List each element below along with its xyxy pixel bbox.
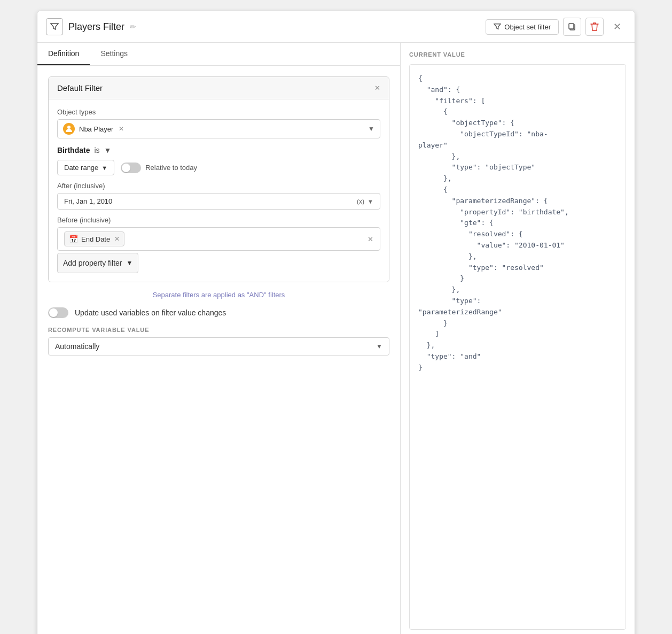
header-right: Object set filter ✕ xyxy=(486,18,626,36)
nba-player-icon xyxy=(63,123,75,135)
main-container: Players Filter ✏ Object set filter xyxy=(37,11,635,634)
filter-card-body: Object types Nba Player ✕ xyxy=(49,99,389,282)
object-types-section: Object types Nba Player ✕ xyxy=(57,108,380,138)
left-panel: Definition Settings Default Filter ✕ Obj… xyxy=(37,43,401,634)
before-outer-remove[interactable]: ✕ xyxy=(368,235,373,243)
object-type-dropdown-arrow[interactable]: ▼ xyxy=(368,125,374,133)
toggle-knob xyxy=(122,164,130,172)
calendar-icon: 📅 xyxy=(69,235,78,243)
person-icon xyxy=(65,125,73,133)
edit-icon[interactable]: ✏ xyxy=(130,22,136,31)
right-panel: CURRENT VALUE { "and": { "filters": [ { … xyxy=(401,43,635,634)
update-vars-toggle-knob xyxy=(49,308,58,317)
trash-icon xyxy=(590,22,599,32)
after-input-suffix: (x) ▼ xyxy=(357,198,373,205)
after-input-row: Fri, Jan 1, 2010 (x) ▼ xyxy=(57,193,380,210)
end-date-remove[interactable]: ✕ xyxy=(114,235,120,243)
after-label: After (inclusive) xyxy=(57,182,380,190)
before-input-row: 📅 End Date ✕ ✕ xyxy=(57,227,380,251)
filter-small-icon xyxy=(494,23,501,30)
json-box: { "and": { "filters": [ { "objectType": … xyxy=(409,64,626,630)
separate-filters-note: Separate filters are applied as "AND" fi… xyxy=(48,291,389,299)
date-range-button[interactable]: Date range ▼ xyxy=(57,160,114,175)
add-property-filter-button[interactable]: Add property filter ▼ xyxy=(57,253,138,273)
filter-card-close-icon[interactable]: ✕ xyxy=(374,84,380,92)
recompute-label: RECOMPUTE VARIABLE VALUE xyxy=(48,327,389,333)
object-types-label: Object types xyxy=(57,108,380,116)
filter-card-title: Default Filter xyxy=(57,83,103,92)
update-vars-toggle[interactable] xyxy=(48,307,68,318)
filter-card-header: Default Filter ✕ xyxy=(49,77,389,99)
date-range-row: Date range ▼ Relative to today xyxy=(57,160,380,175)
tab-settings[interactable]: Settings xyxy=(90,43,138,65)
object-type-select[interactable]: Nba Player ✕ ▼ xyxy=(57,119,380,138)
before-label: Before (inclusive) xyxy=(57,216,380,224)
end-date-badge: 📅 End Date ✕ xyxy=(64,231,124,246)
update-vars-row: Update used variables on filter value ch… xyxy=(48,307,389,318)
funnel-icon xyxy=(50,22,59,31)
recompute-section: RECOMPUTE VARIABLE VALUE Automatically ▼ xyxy=(48,327,389,355)
svg-rect-1 xyxy=(569,24,574,29)
before-section: Before (inclusive) 📅 End Date ✕ ✕ xyxy=(57,216,380,251)
current-value-label: CURRENT VALUE xyxy=(409,51,626,58)
property-name: Birthdate xyxy=(57,146,90,154)
operator-dropdown[interactable]: ▼ xyxy=(104,146,112,154)
end-date-label: End Date xyxy=(81,235,110,243)
update-vars-label: Update used variables on filter value ch… xyxy=(75,308,226,317)
is-label: is xyxy=(94,146,99,154)
header: Players Filter ✏ Object set filter xyxy=(37,11,635,43)
relative-to-today-toggle[interactable] xyxy=(121,163,141,173)
nba-player-remove[interactable]: ✕ xyxy=(119,125,124,133)
page-title: Players Filter xyxy=(68,21,124,33)
tabs: Definition Settings xyxy=(37,43,400,66)
toggle-label: Relative to today xyxy=(145,164,197,172)
left-content: Default Filter ✕ Object types xyxy=(37,66,400,634)
recompute-select[interactable]: Automatically ▼ xyxy=(48,337,389,355)
copy-icon xyxy=(568,22,576,31)
copy-button[interactable] xyxy=(563,18,581,36)
close-button[interactable]: ✕ xyxy=(608,18,626,36)
filter-icon-box xyxy=(46,18,63,35)
body: Definition Settings Default Filter ✕ Obj… xyxy=(37,43,635,634)
tab-definition[interactable]: Definition xyxy=(37,43,90,65)
header-left: Players Filter ✏ xyxy=(46,18,480,35)
after-date-value: Fri, Jan 1, 2010 xyxy=(64,197,353,205)
toggle-container: Relative to today xyxy=(121,163,197,173)
property-filter-row: Birthdate is ▼ xyxy=(57,146,380,154)
property-filter-section: Birthdate is ▼ Date range ▼ xyxy=(57,146,380,273)
nba-player-label: Nba Player xyxy=(79,125,113,133)
filter-card: Default Filter ✕ Object types xyxy=(48,76,389,282)
object-set-filter-button[interactable]: Object set filter xyxy=(486,19,559,35)
after-section: After (inclusive) Fri, Jan 1, 2010 (x) ▼ xyxy=(57,182,380,210)
svg-point-2 xyxy=(67,126,71,129)
delete-button[interactable] xyxy=(585,18,604,36)
